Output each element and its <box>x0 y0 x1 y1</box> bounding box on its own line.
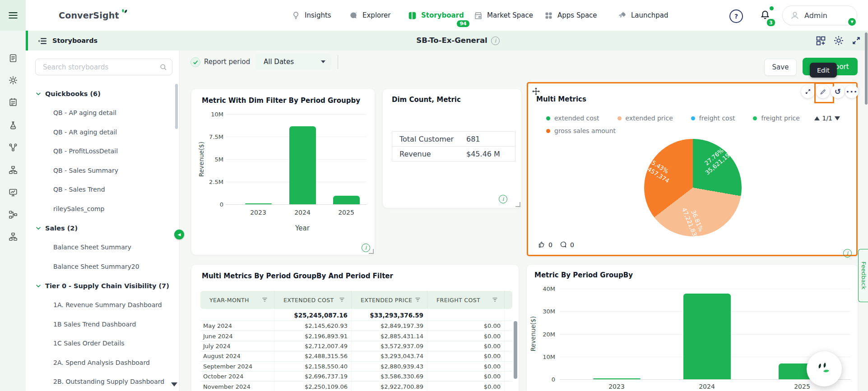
info-icon[interactable]: i <box>499 195 507 203</box>
amount-cell: $0.00 <box>427 372 505 381</box>
more-options-button[interactable]: ••• <box>845 85 859 98</box>
table-row[interactable]: May 2024$2,145,620.93$2,849,197.39$0.00 <box>200 321 512 331</box>
filter-icon[interactable] <box>492 296 499 304</box>
user-menu-button[interactable]: Admin <box>782 5 857 25</box>
column-header-extended-cost[interactable]: EXTENDED COST <box>274 291 352 309</box>
legend-item-freight-cost[interactable]: freight cost <box>691 115 735 122</box>
sidebar-item-qb-sales-summary[interactable]: QB - Sales Summary <box>35 161 176 180</box>
resize-handle[interactable] <box>369 249 374 254</box>
panel-dim-count: Dim Count, Metric Total Customer 681 Rev… <box>383 89 521 208</box>
nav-item-market-space[interactable]: Market Space <box>473 0 533 31</box>
filter-icon[interactable] <box>414 296 422 304</box>
table-scrollbar-thumb[interactable] <box>514 321 517 379</box>
sitemap-icon[interactable] <box>8 165 18 175</box>
title-info-icon[interactable]: i <box>491 37 500 45</box>
pipeline-icon[interactable] <box>8 143 18 152</box>
form-icon[interactable] <box>8 97 18 107</box>
help-button[interactable]: ? <box>729 9 743 23</box>
nav-item-storyboard[interactable]: Storyboard94 <box>408 0 464 31</box>
feedback-tab[interactable]: Feedback <box>858 249 868 302</box>
sidebar-item-1b-sales-trend-dashboard[interactable]: 1B Sales Trend Dashboard <box>35 315 176 334</box>
sidebar-item-rileysales-comp[interactable]: rileySales_comp <box>35 199 176 219</box>
sidebar-item-1a-revenue-summary-dashboard[interactable]: 1A. Revenue Summary Dashboard <box>35 295 176 315</box>
file-icon[interactable] <box>8 53 18 63</box>
sidebar-item-2b-outstanding-supply-dashboard[interactable]: 2B. Outstanding Supply Dashboard <box>35 372 176 391</box>
page-title: SB-To-Ex-General <box>416 36 487 45</box>
nav-item-launchpad[interactable]: Launchpad <box>617 0 668 31</box>
add-widget-button[interactable] <box>815 35 826 46</box>
sidebar-item-balance-sheet-summary[interactable]: Balance Sheet Summary <box>35 238 176 257</box>
sidebar-group-quickbooks-6[interactable]: Quickbooks (6) <box>35 84 176 103</box>
page-up-icon[interactable] <box>814 116 820 120</box>
gear-icon[interactable] <box>8 75 18 85</box>
legend-item-freight-price[interactable]: freight price <box>753 115 799 122</box>
table-row[interactable]: October 2024$2,696,737.19$3,586,330.69$0… <box>200 372 512 382</box>
legend-item-extended-cost[interactable]: extended cost <box>546 115 599 122</box>
flask-icon[interactable] <box>8 120 18 130</box>
sidebar-group-label: Quickbooks (6) <box>45 90 101 97</box>
conversight-logo[interactable]: ConverSight <box>59 0 130 31</box>
likes-counter[interactable]: 0 <box>538 241 552 248</box>
page-scrollbar-thumb[interactable] <box>865 32 868 105</box>
column-header-label: EXTENDED PRICE <box>352 297 412 304</box>
legend-item-extended-price[interactable]: extended price <box>617 115 673 122</box>
nav-item-insights[interactable]: Insights <box>291 0 331 31</box>
reset-widget-button[interactable]: ↺ <box>831 85 845 98</box>
column-header-label: FREIGHT COST <box>427 297 480 304</box>
drag-handle-icon[interactable] <box>532 87 540 96</box>
sidebar-scrollbar-thumb[interactable] <box>175 84 178 129</box>
table-totals-row[interactable]: $25,245,087.16$33,293,376.59 <box>200 310 512 321</box>
nav-item-label: Launchpad <box>631 11 668 19</box>
sidebar-item-qb-sales-trend[interactable]: QB - Sales Trend <box>35 180 176 199</box>
monitor-chart-icon[interactable] <box>8 188 18 198</box>
sidebar-group-sales-2[interactable]: Sales (2) <box>35 218 176 238</box>
search-input[interactable] <box>35 59 172 75</box>
sidebar-item-qb-ap-aging-detail[interactable]: QB - AP aging detail <box>35 103 176 123</box>
sidebar-item-qb-profitlossdetail[interactable]: QB - ProfitLossDetail <box>35 142 176 161</box>
column-header-freight-cost[interactable]: FREIGHT COST <box>427 291 505 309</box>
table-row[interactable]: August 2024$2,488,315.56$3,293,043.74$0.… <box>200 351 512 361</box>
assistant-button[interactable] <box>807 351 842 386</box>
info-icon[interactable]: i <box>843 249 852 258</box>
legend-item-gross-sales-amount[interactable]: gross sales amount <box>546 127 616 134</box>
filter-icon[interactable] <box>339 296 346 304</box>
hierarchy-icon[interactable] <box>8 210 18 220</box>
amount-cell: $3,586,330.69 <box>352 372 427 381</box>
y-axis-tick: 30M <box>527 308 555 315</box>
x-axis-tick: 2024 <box>699 383 715 390</box>
resize-handle[interactable] <box>515 202 520 207</box>
sidebar-item-balance-sheet-summary20[interactable]: Balance Sheet Summary20 <box>35 257 176 276</box>
nav-item-label: Insights <box>305 11 331 19</box>
legend-dot <box>617 116 622 120</box>
filter-icon[interactable] <box>261 296 269 304</box>
logo-text: ConverSight <box>59 10 119 20</box>
table-row[interactable]: July 2024$2,712,007.49$3,572,937.09$0.00 <box>200 341 512 351</box>
expand-widget-button[interactable] <box>801 85 815 98</box>
sidebar-group-tier-0-supply-chain-visibility-7[interactable]: Tier 0 - Supply Chain Visibility (7) <box>35 276 176 295</box>
sidebar-item-2a-spend-analysis-dashboard[interactable]: 2A. Spend Analysis Dashboard <box>35 353 176 373</box>
page-down-icon[interactable] <box>835 116 840 120</box>
sidebar-scroll-down-arrow[interactable] <box>171 382 177 386</box>
sidebar-item-qb-ar-aging-detail[interactable]: QB - AR aging detail <box>35 123 176 142</box>
report-period-dropdown[interactable]: All Dates <box>255 54 332 70</box>
sidebar-item-1c-sales-order-details[interactable]: 1C Sales Order Details <box>35 334 176 353</box>
workflow-icon[interactable] <box>8 232 18 242</box>
y-axis-tick: 10M <box>527 353 555 360</box>
save-button[interactable]: Save <box>764 59 797 76</box>
settings-gear-button[interactable] <box>833 35 845 46</box>
panel-multi-metrics-selected[interactable]: Multi Metrics ↺ ••• extended costextende… <box>527 82 858 256</box>
table-row[interactable]: November 2024$2,250,109.06$2,922,700.89$… <box>200 382 512 391</box>
nav-item-apps-space[interactable]: Apps Space <box>544 0 597 31</box>
column-header-freight-price[interactable]: FREIGHT PRICE <box>505 291 512 309</box>
comments-counter[interactable]: 0 <box>560 241 574 248</box>
column-header-extended-price[interactable]: EXTENDED PRICE <box>352 291 427 309</box>
table-row[interactable]: September 2024$2,158,550.40$2,880,939.43… <box>200 362 512 372</box>
expand-fullscreen-button[interactable] <box>851 36 861 46</box>
report-period-checkbox[interactable] <box>190 57 200 67</box>
table-row[interactable]: June 2024$2,196,893.91$2,885,431.14$0.00 <box>200 331 512 341</box>
sidebar-collapse-handle[interactable]: ◀ <box>174 230 184 239</box>
hamburger-menu-button[interactable] <box>0 0 26 31</box>
nav-item-explorer[interactable]: Explorer <box>349 0 390 31</box>
collapse-sidebar-icon[interactable] <box>37 36 48 46</box>
column-header-year-month[interactable]: YEAR-MONTH <box>200 291 274 309</box>
